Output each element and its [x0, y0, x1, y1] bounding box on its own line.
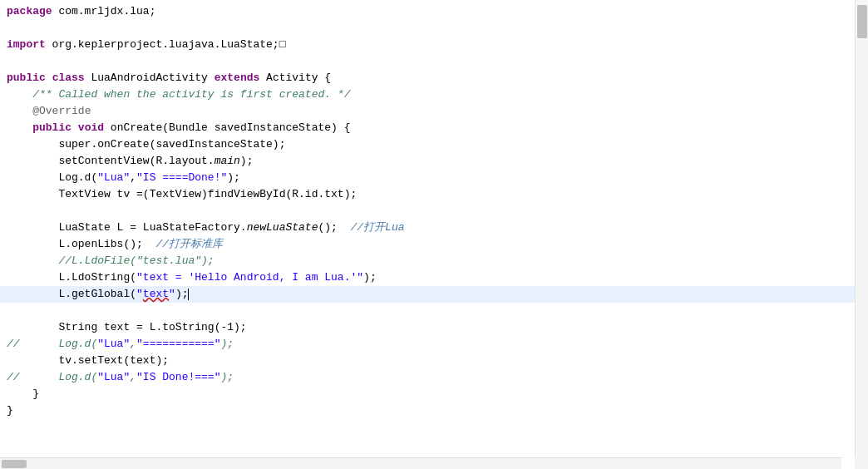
code-line-25: }	[0, 402, 855, 419]
code-line-22: tv.setText(text);	[0, 353, 855, 369]
code-line-5: public class LuaAndroidActivity extends …	[0, 70, 855, 86]
code-line-4	[0, 53, 855, 70]
code-line-2	[0, 20, 855, 37]
horizontal-scrollbar[interactable]	[0, 457, 841, 469]
code-line-12: TextView tv =(TextView)findViewById(R.id…	[0, 186, 855, 203]
horizontal-scrollbar-thumb[interactable]	[2, 460, 27, 468]
code-area[interactable]: package com.mrljdx.lua; import org.keple…	[0, 0, 855, 469]
code-line-17: L.LdoString("text = 'Hello Android, I am…	[0, 269, 855, 286]
scrollbar-corner	[855, 457, 868, 469]
code-line-8: public void onCreate(Bundle savedInstanc…	[0, 120, 855, 136]
code-line-7: @Override	[0, 103, 855, 120]
vertical-scrollbar-thumb[interactable]	[857, 5, 867, 38]
code-line-9: super.onCreate(savedInstanceState);	[0, 136, 855, 153]
code-line-16: //L.LdoFile("test.lua");	[0, 253, 855, 269]
code-line-18: L.getGlobal("text");	[0, 286, 855, 303]
vertical-scrollbar[interactable]	[855, 0, 868, 469]
code-line-3: import org.keplerproject.luajava.LuaStat…	[0, 37, 855, 53]
code-line-23: // Log.d("Lua","IS Done!===");	[0, 369, 855, 386]
code-line-14: LuaState L = LuaStateFactory.newLuaState…	[0, 220, 855, 236]
code-line-19	[0, 303, 855, 319]
code-line-21: // Log.d("Lua","===========");	[0, 336, 855, 353]
editor-container: package com.mrljdx.lua; import org.keple…	[0, 0, 868, 469]
code-line-15: L.openLibs(); //打开标准库	[0, 236, 855, 253]
code-line-24: }	[0, 386, 855, 402]
code-line-20: String text = L.toString(-1);	[0, 319, 855, 336]
code-line-1: package com.mrljdx.lua;	[0, 3, 855, 20]
code-line-6: /** Called when the activity is first cr…	[0, 86, 855, 103]
code-line-11: Log.d("Lua","IS ====Done!");	[0, 170, 855, 186]
text-cursor	[188, 289, 189, 300]
code-line-13	[0, 203, 855, 220]
code-line-10: setContentView(R.layout.main);	[0, 153, 855, 170]
code-lines: package com.mrljdx.lua; import org.keple…	[0, 3, 855, 431]
